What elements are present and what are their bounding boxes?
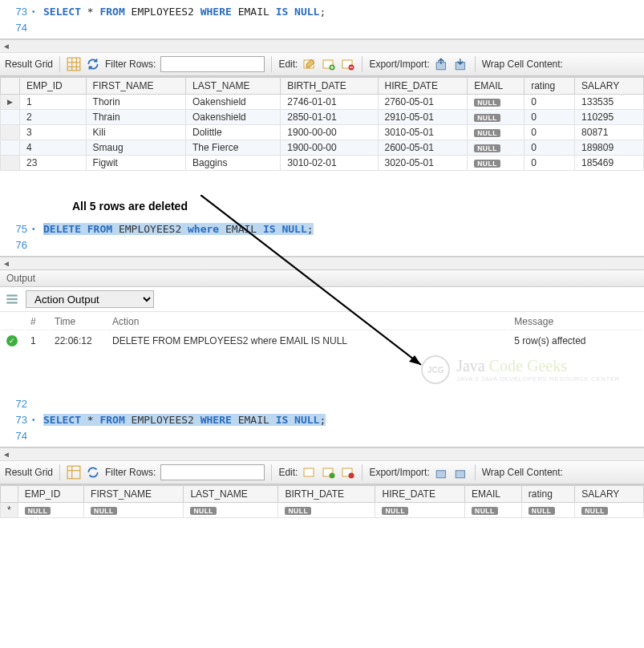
filter-rows-label: Filter Rows: bbox=[105, 59, 156, 70]
export-icon[interactable] bbox=[435, 57, 449, 71]
output-list-icon[interactable] bbox=[5, 292, 19, 306]
line-number: 76 bbox=[0, 239, 32, 251]
filter-rows-input[interactable] bbox=[160, 56, 265, 72]
line-number: 73 bbox=[0, 414, 32, 426]
result-toolbar: Result Grid Filter Rows: Edit: Export/Im… bbox=[0, 52, 644, 76]
svg-rect-15 bbox=[6, 298, 18, 300]
horizontal-scrollbar[interactable]: ◄ bbox=[0, 448, 644, 460]
delete-row-icon[interactable] bbox=[341, 465, 355, 480]
table-row[interactable]: 2ThrainOakenshield2850-01-012910-05-01NU… bbox=[1, 110, 644, 125]
svg-rect-14 bbox=[6, 294, 18, 296]
filter-rows-input[interactable] bbox=[160, 464, 265, 480]
svg-line-12 bbox=[200, 195, 421, 365]
output-type-select[interactable]: Action Output bbox=[26, 290, 154, 308]
result-toolbar-2: Result Grid Filter Rows: Edit: Export/Im… bbox=[0, 460, 644, 484]
table-row[interactable]: 23FigwitBaggins3010-02-013020-05-01NULL0… bbox=[1, 156, 644, 171]
result-grid-2: EMP_ID FIRST_NAME LAST_NAME BIRTH_DATE H… bbox=[0, 484, 644, 518]
scroll-left-icon[interactable]: ◄ bbox=[0, 448, 13, 461]
scroll-left-icon[interactable]: ◄ bbox=[0, 257, 13, 270]
grid-icon[interactable] bbox=[67, 465, 81, 480]
svg-point-24 bbox=[349, 473, 354, 479]
col-header[interactable]: EMAIL bbox=[468, 78, 525, 95]
edit-row-icon[interactable] bbox=[302, 465, 317, 480]
line-number: 75 bbox=[0, 223, 32, 235]
code-line[interactable]: SELECT * FROM EMPLOYEES2 WHERE EMAIL IS … bbox=[43, 414, 326, 426]
col-header[interactable]: SALARY bbox=[575, 78, 644, 95]
svg-rect-25 bbox=[436, 471, 445, 478]
sql-editor-1[interactable]: 73 • SELECT * FROM EMPLOYEES2 WHERE EMAI… bbox=[0, 0, 644, 39]
table-row[interactable]: * NULL NULL NULL NULL NULL NULL NULL NUL… bbox=[1, 503, 644, 518]
line-number: 73 bbox=[0, 6, 32, 18]
breakpoint-bullet[interactable]: • bbox=[32, 225, 43, 233]
col-header[interactable]: HIRE_DATE bbox=[378, 78, 468, 95]
svg-rect-0 bbox=[67, 58, 80, 71]
svg-point-22 bbox=[330, 473, 335, 479]
table-row[interactable]: 3KiliDolittle1900-00-003010-05-01NULL080… bbox=[1, 125, 644, 140]
result-grid-label: Result Grid bbox=[5, 59, 53, 70]
import-icon[interactable] bbox=[454, 57, 468, 71]
add-row-icon[interactable] bbox=[322, 465, 336, 480]
svg-rect-20 bbox=[304, 468, 314, 476]
status-ok-icon: ✓ bbox=[6, 335, 18, 346]
delete-row-icon[interactable] bbox=[341, 57, 355, 71]
svg-rect-16 bbox=[6, 302, 18, 303]
col-header[interactable]: rating bbox=[525, 78, 575, 95]
svg-rect-26 bbox=[456, 471, 464, 478]
col-header[interactable]: LAST_NAME bbox=[186, 78, 281, 95]
refresh-icon[interactable] bbox=[86, 465, 100, 480]
grid-icon[interactable] bbox=[67, 57, 81, 71]
refresh-icon[interactable] bbox=[86, 57, 100, 71]
export-import-label: Export/Import: bbox=[369, 59, 429, 70]
horizontal-scrollbar[interactable]: ◄ bbox=[0, 39, 644, 52]
svg-rect-17 bbox=[67, 466, 80, 479]
breakpoint-bullet[interactable]: • bbox=[32, 7, 43, 16]
sql-editor-3[interactable]: 72 73 • SELECT * FROM EMPLOYEES2 WHERE E… bbox=[0, 392, 644, 448]
col-header[interactable]: BIRTH_DATE bbox=[281, 78, 378, 95]
col-header[interactable]: EMP_ID bbox=[20, 78, 87, 95]
table-row[interactable]: 4SmaugThe Fierce1900-00-002600-05-01NULL… bbox=[1, 140, 644, 156]
table-row[interactable]: 1ThorinOakenshield2746-01-012760-05-01NU… bbox=[1, 95, 644, 110]
edit-row-icon[interactable] bbox=[302, 57, 317, 71]
line-number: 72 bbox=[0, 398, 32, 410]
code-line[interactable]: SELECT * FROM EMPLOYEES2 WHERE EMAIL IS … bbox=[43, 6, 326, 18]
line-number: 74 bbox=[0, 22, 32, 34]
col-header[interactable]: FIRST_NAME bbox=[86, 78, 185, 95]
line-number: 74 bbox=[0, 430, 32, 442]
edit-label: Edit: bbox=[278, 59, 298, 70]
wrap-cell-label: Wrap Cell Content: bbox=[482, 59, 563, 70]
export-icon[interactable] bbox=[435, 465, 449, 480]
watermark: JCG Java Code Geeks JAVA 2 JAVA DEVELOPE… bbox=[0, 350, 644, 392]
result-grid-1: EMP_ID FIRST_NAME LAST_NAME BIRTH_DATE H… bbox=[0, 76, 644, 171]
scroll-left-icon[interactable]: ◄ bbox=[0, 40, 13, 53]
add-row-icon[interactable] bbox=[322, 57, 336, 71]
breakpoint-bullet[interactable]: • bbox=[32, 415, 43, 424]
import-icon[interactable] bbox=[454, 465, 468, 480]
